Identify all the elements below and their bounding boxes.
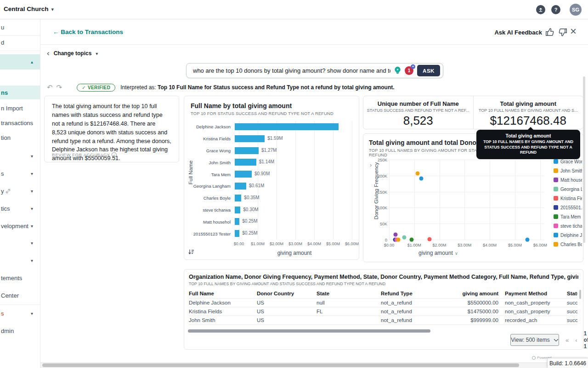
axis-expander-icon[interactable]: › (370, 161, 372, 168)
bar[interactable] (235, 159, 256, 166)
column-header[interactable]: giving amount (461, 289, 505, 299)
scatter-point[interactable] (410, 237, 414, 242)
thumbs-up-icon[interactable] (545, 27, 555, 37)
scatter-plot: 050K100K150K200K250K$0.00$1.00M$2.00M$3.… (389, 160, 544, 240)
table-cell: success (567, 316, 577, 325)
column-header[interactable]: Status (567, 289, 577, 299)
question-input[interactable]: who are the top 10 donors by total givin… (186, 63, 443, 78)
sidebar-item[interactable]: s▾ (0, 167, 40, 180)
column-header[interactable]: Payment Method (505, 289, 567, 299)
gridline (440, 160, 440, 240)
prev-page-button[interactable]: ‹ (575, 337, 577, 344)
sidebar-item[interactable]: ▴ (0, 54, 40, 69)
sidebar-item[interactable]: ▾ (0, 253, 40, 267)
legend-item[interactable]: Kristina Fie... (554, 194, 582, 203)
sidebar-item[interactable]: ▾ (0, 236, 40, 250)
bar[interactable] (235, 230, 239, 237)
table-scroll-area[interactable]: Full NameDonor CountryStateRefund Typegi… (189, 289, 577, 327)
legend-item[interactable]: steve ticha... (554, 221, 582, 230)
kpi-total-giving[interactable]: Total giving amount TOP 10 FULL NAMES BY… (473, 96, 583, 129)
avatar[interactable]: SG (570, 4, 582, 16)
legend-item[interactable]: Tara Mem (554, 212, 582, 221)
sidebar-item[interactable]: y▾ (0, 184, 40, 198)
redo-icon[interactable]: ↷ (57, 83, 62, 92)
scatter-point[interactable] (393, 233, 397, 237)
back-arrow-icon: ← (53, 29, 59, 35)
table-vertical-scrollbar[interactable] (579, 290, 581, 299)
scatter-x-axis-label[interactable]: giving amount∨ (418, 250, 458, 256)
kpi-unique-donors[interactable]: Unique number of Full Name STATUS SUCCES… (363, 96, 473, 129)
bar[interactable] (235, 183, 246, 190)
table-row[interactable]: Kristina FieldsUSFLnot_a_refund$1475000.… (189, 307, 577, 316)
suggestion-bulb-icon[interactable] (393, 66, 402, 75)
legend-label: Delphine J... (560, 233, 582, 238)
thumbs-down-icon[interactable] (558, 27, 568, 37)
legend-item[interactable]: John Smith (554, 166, 582, 175)
bar[interactable] (235, 123, 339, 130)
scatter-point[interactable] (396, 238, 400, 242)
column-header[interactable]: State (317, 289, 381, 299)
legend-item[interactable]: 20155501... (554, 203, 582, 212)
sidebar-item[interactable]: u (0, 20, 40, 34)
close-icon[interactable]: × (570, 26, 577, 37)
scatter-point[interactable] (526, 238, 530, 242)
sidebar-item[interactable]: velopment▾ (0, 219, 40, 233)
sidebar-item[interactable]: Center (0, 288, 40, 302)
sidebar-item[interactable]: s▾ (0, 306, 40, 320)
sidebar-item[interactable]: transactions (0, 116, 40, 130)
sidebar-item[interactable]: n Import (0, 101, 40, 115)
bar[interactable] (235, 147, 259, 154)
scatter-point[interactable] (402, 236, 407, 240)
change-topics-control[interactable]: ‹ Change topics ▾ (47, 49, 98, 58)
bar[interactable] (235, 171, 252, 178)
legend-item[interactable]: Matt house... (554, 175, 582, 184)
column-header[interactable]: Full Name (189, 289, 257, 299)
scatter-point[interactable] (427, 237, 431, 241)
bar[interactable] (235, 207, 240, 213)
table-cell: $5500000.00 (461, 299, 505, 307)
bar[interactable] (235, 218, 239, 225)
back-to-transactions-link[interactable]: ← Back to Transactions (53, 29, 123, 35)
sidebar-item[interactable]: tements (0, 271, 40, 285)
review-for-accuracy[interactable]: REVIEW FOR ACCURACY i (52, 152, 117, 157)
bar-category-label: Delphine Jackson (191, 124, 235, 129)
sidebar-item[interactable]: d (0, 35, 40, 49)
table-horizontal-scrollbar[interactable] (188, 329, 430, 333)
sidebar-item[interactable]: tics▾ (0, 201, 40, 215)
bar-value-label: $0.90M (254, 171, 270, 176)
sidebar-item[interactable]: ns (0, 86, 40, 99)
org-switcher[interactable]: Central Church▾ (4, 6, 54, 12)
first-page-button[interactable]: « (565, 337, 569, 344)
dashboard-vertical-scrollbar[interactable] (583, 76, 585, 243)
table-row[interactable]: John SmithUSnot_a_refund$999999.00record… (189, 316, 577, 325)
column-header[interactable]: Donor Country (257, 289, 317, 299)
help-icon[interactable]: ? (551, 5, 560, 14)
bar[interactable] (235, 195, 241, 201)
view-items-dropdown[interactable]: View: 500 items (510, 334, 559, 346)
scatter-point[interactable] (419, 176, 423, 180)
sidebar-item[interactable]: ▾ (0, 149, 40, 163)
app-root: Central Church▾ ? SG ud▴nsn Importtransa… (0, 0, 588, 368)
question-text[interactable]: who are the top 10 donors by total givin… (193, 67, 390, 74)
sidebar-item-label: transactions (1, 120, 33, 126)
legend-item[interactable]: Delphine J... (554, 230, 582, 240)
legend-swatch (554, 242, 558, 247)
upload-icon[interactable] (536, 5, 545, 14)
table-subtitle: TOP 10 FULL NAMES BY GIVING AMOUNT AND S… (189, 282, 578, 286)
table-row[interactable]: Delphine JacksonUSnullnot_a_refund$55000… (189, 299, 577, 307)
sidebar-item[interactable]: dmin (0, 324, 40, 338)
notification-badge[interactable]: 1 + (405, 66, 413, 75)
sidebar-item[interactable]: tion (0, 131, 40, 144)
table-row[interactable]: Georgina LanghamUSWAnot_a_refund$590000.… (189, 325, 577, 328)
bar-row: John Smith$1.14M (191, 156, 353, 168)
legend-item[interactable]: Charles Bo... (554, 240, 582, 249)
bar[interactable] (235, 135, 265, 142)
column-header[interactable]: Refund Type (381, 289, 461, 299)
bar-row: Grace Wong$1.27M (191, 145, 353, 157)
undo-icon[interactable]: ↶ (47, 83, 53, 92)
scatter-point[interactable] (416, 172, 420, 176)
bottom-scrollbar-thumb[interactable] (42, 363, 519, 367)
ask-button[interactable]: ASK (417, 65, 440, 76)
legend-item[interactable]: Georgina L... (554, 184, 582, 194)
sort-descending-icon[interactable] (188, 249, 194, 257)
